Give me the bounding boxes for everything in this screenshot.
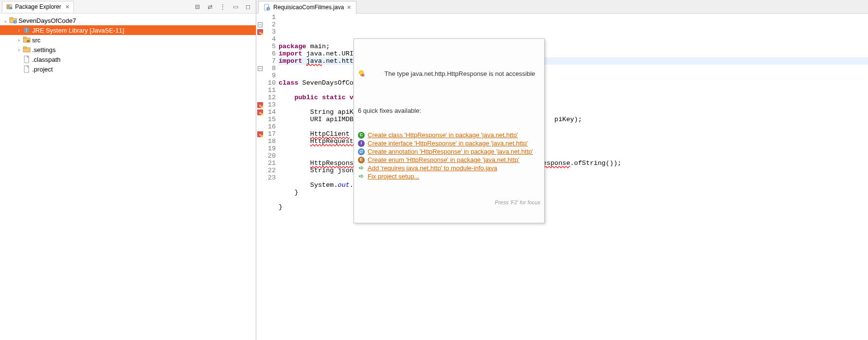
svg-rect-8: [26, 28, 27, 33]
fold-marker-icon[interactable]: [256, 65, 264, 72]
quickfix-link[interactable]: Create enum 'HttpResponse' in package 'j…: [368, 156, 519, 163]
file-icon: [22, 55, 31, 63]
quickfix-type-icon: E: [358, 157, 365, 163]
svg-point-31: [261, 106, 264, 108]
svg-rect-16: [23, 47, 26, 48]
editor-body[interactable]: ✕✕✕✕ 12345678910111213141516171819202122…: [256, 14, 868, 340]
tree-label: JRE System Library [JavaSE-11]: [31, 27, 124, 34]
quickfix-link[interactable]: Add 'requires java.net.http' to module-i…: [368, 164, 497, 172]
panel-toolbar: ⊟ ⇄ ⋮ ▭ ◻: [194, 3, 254, 11]
quickfix-link[interactable]: Fix project setup...: [368, 173, 419, 180]
quickfix-item[interactable]: ICreate interface 'HttpResponse' in pack…: [358, 139, 540, 147]
minimize-icon[interactable]: ▭: [231, 3, 239, 11]
quickfix-link[interactable]: Create interface 'HttpResponse' in packa…: [368, 140, 528, 147]
tree-label: .classpath: [31, 56, 61, 63]
svg-point-26: [261, 33, 264, 35]
panel-tabbar: Package Explorer ✕ ⊟ ⇄ ⋮ ▭ ◻: [0, 0, 256, 14]
package-explorer-tab[interactable]: Package Explorer ✕: [2, 1, 74, 12]
close-icon[interactable]: ✕: [65, 4, 70, 10]
tree-label: SevenDaysOfCode7: [18, 17, 76, 24]
package-folder-icon: [22, 36, 31, 44]
tooltip-fix-count: 6 quick fixes available:: [354, 107, 544, 116]
chevron-right-icon[interactable]: ›: [16, 47, 22, 53]
maximize-icon[interactable]: ◻: [244, 3, 252, 11]
marker-strip: ✕✕✕✕: [256, 14, 264, 340]
quickfix-item[interactable]: @Create annotation 'HttpResponse' in pac…: [358, 147, 540, 156]
editor-tab-label: RequisicaoComFilmes.java: [273, 4, 344, 11]
chevron-down-icon[interactable]: ⌄: [2, 18, 9, 23]
svg-point-2: [10, 7, 12, 9]
quickfix-item[interactable]: CCreate class 'HttpResponse' in package …: [358, 131, 540, 139]
editor-area: J RequisicaoComFilmes.java ✕ ✕✕✕✕ 123456…: [256, 0, 868, 340]
package-explorer-icon: [6, 3, 13, 10]
package-explorer-panel: Package Explorer ✕ ⊟ ⇄ ⋮ ▭ ◻ ⌄ J SevenDa…: [0, 0, 256, 340]
java-file-icon: J: [264, 4, 270, 11]
quickfix-item[interactable]: ➪Add 'requires java.net.http' to module-…: [358, 164, 540, 172]
quickfix-item[interactable]: ➪Fix project setup...: [358, 172, 540, 180]
tree-label: .settings: [31, 46, 55, 54]
error-marker-icon[interactable]: ✕: [256, 28, 264, 36]
tree-item[interactable]: .classpath: [0, 54, 256, 64]
quickfix-tooltip[interactable]: ✕ The type java.net.http.HttpResponse is…: [354, 38, 545, 223]
svg-rect-7: [24, 28, 25, 33]
svg-rect-9: [28, 28, 29, 33]
editor-tabbar: J RequisicaoComFilmes.java ✕: [256, 0, 868, 14]
project-icon: J: [9, 17, 18, 24]
quickfix-item[interactable]: ECreate enum 'HttpResponse' in package '…: [358, 156, 540, 164]
quickfix-type-icon: ➪: [358, 165, 365, 172]
svg-text:✕: ✕: [362, 74, 364, 76]
error-marker-icon[interactable]: ✕: [256, 108, 264, 116]
tree-item[interactable]: ›src: [0, 35, 256, 45]
collapse-all-icon[interactable]: ⊟: [194, 3, 201, 11]
project-tree[interactable]: ⌄ J SevenDaysOfCode7 ›JRE System Library…: [0, 14, 256, 340]
editor-tab[interactable]: J RequisicaoComFilmes.java ✕: [258, 1, 356, 14]
svg-rect-0: [7, 5, 9, 9]
error-marker-icon[interactable]: ✕: [256, 101, 264, 108]
svg-rect-4: [10, 18, 13, 19]
quickfix-type-icon: @: [358, 148, 365, 155]
file-icon: [22, 65, 31, 73]
quickfix-list: CCreate class 'HttpResponse' in package …: [354, 131, 544, 183]
tree-item[interactable]: .project: [0, 64, 256, 74]
tooltip-footer: Press 'F2' for focus: [354, 198, 544, 208]
chevron-right-icon[interactable]: ›: [16, 37, 22, 43]
panel-title: Package Explorer: [15, 3, 61, 10]
svg-rect-11: [23, 37, 26, 38]
error-bulb-icon: ✕: [358, 55, 383, 91]
library-icon: [22, 26, 31, 34]
quickfix-type-icon: C: [358, 132, 365, 139]
fold-marker-icon[interactable]: [256, 21, 264, 28]
quickfix-type-icon: I: [358, 140, 365, 147]
line-gutter: 1234567891011121314151617181920212223: [264, 14, 279, 340]
error-marker-icon[interactable]: ✕: [256, 130, 264, 138]
tree-item[interactable]: ›JRE System Library [JavaSE-11]: [0, 25, 256, 35]
tree-label: src: [31, 36, 40, 44]
tooltip-error-text: The type java.net.http.HttpResponse is n…: [385, 70, 535, 77]
link-editor-icon[interactable]: ⇄: [206, 3, 214, 11]
folder-icon: [22, 46, 31, 54]
tooltip-error-row: ✕ The type java.net.http.HttpResponse is…: [354, 54, 544, 92]
quickfix-link[interactable]: Create class 'HttpResponse' in package '…: [368, 131, 518, 139]
workbench: Package Explorer ✕ ⊟ ⇄ ⋮ ▭ ◻ ⌄ J SevenDa…: [0, 0, 868, 340]
svg-point-34: [261, 113, 264, 115]
code-area[interactable]: ✕ The type java.net.http.HttpResponse is…: [279, 14, 868, 340]
tree-project-root[interactable]: ⌄ J SevenDaysOfCode7: [0, 16, 256, 25]
quickfix-link[interactable]: Create annotation 'HttpResponse' in pack…: [368, 148, 533, 155]
chevron-right-icon[interactable]: ›: [16, 28, 22, 33]
close-icon[interactable]: ✕: [347, 4, 351, 11]
svg-point-37: [261, 135, 264, 137]
quickfix-type-icon: ➪: [358, 173, 365, 180]
tree-label: .project: [31, 66, 53, 73]
view-menu-icon[interactable]: ⋮: [219, 3, 227, 11]
tree-item[interactable]: ›.settings: [0, 45, 256, 54]
